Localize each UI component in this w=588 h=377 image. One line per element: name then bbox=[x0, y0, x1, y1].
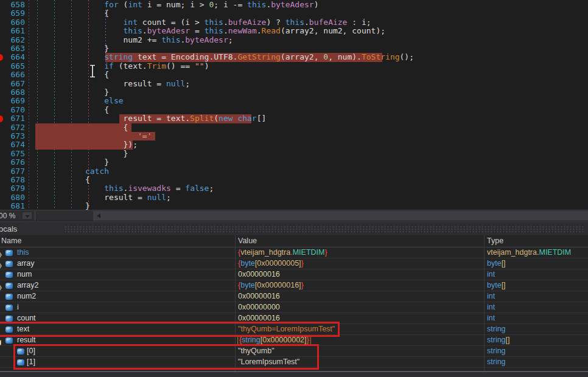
line-number[interactable]: 663 bbox=[0, 44, 25, 53]
type-cell: byte[] bbox=[484, 258, 588, 269]
line-number[interactable]: 667 bbox=[0, 80, 25, 88]
name-cell: num2 bbox=[0, 291, 235, 302]
locals-title-bar[interactable]: ocals bbox=[0, 221, 588, 235]
type-cell: string[] bbox=[484, 335, 588, 346]
locals-row-i[interactable]: i0x00000000int bbox=[0, 302, 588, 313]
code-editor[interactable]: 6586596606616626636646656666676686696706… bbox=[0, 0, 588, 210]
line-number[interactable]: 669 bbox=[0, 97, 25, 105]
type-cell: vteijam_hdgtra.MIETDIM bbox=[484, 247, 588, 258]
text-cursor-icon bbox=[89, 64, 96, 78]
line-number[interactable]: 660 bbox=[0, 18, 25, 27]
chevron-down-icon bbox=[25, 215, 30, 218]
code-line[interactable]: } bbox=[28, 158, 588, 167]
code-line[interactable]: { bbox=[28, 123, 588, 132]
code-line[interactable]: else bbox=[28, 97, 588, 105]
code-line[interactable]: { bbox=[28, 71, 588, 79]
code-line[interactable]: { bbox=[28, 9, 588, 18]
code-line[interactable]: string text = Encoding.UTF8.GetString(ar… bbox=[28, 53, 588, 61]
locals-row-num[interactable]: num0x00000016int bbox=[0, 269, 588, 280]
expand-chevron-icon[interactable]: ❯ bbox=[0, 249, 2, 258]
code-line[interactable]: this.byteAdesr = this.newWam.Read(array2… bbox=[28, 27, 588, 35]
code-line[interactable]: }); bbox=[28, 140, 588, 149]
type-cell: string bbox=[484, 357, 588, 368]
locals-header-row: Name Value Type bbox=[0, 235, 588, 247]
line-number[interactable]: 674 bbox=[0, 140, 25, 149]
code-line[interactable]: for (int i = num; i > 0; i -= this.byteA… bbox=[28, 1, 588, 9]
zoom-dropdown-button[interactable] bbox=[22, 212, 32, 220]
annotation-box-result-items bbox=[13, 344, 319, 370]
line-number[interactable]: 681 bbox=[0, 202, 25, 210]
field-icon bbox=[5, 250, 13, 256]
column-header-value[interactable]: Value bbox=[238, 235, 257, 247]
line-number[interactable]: 666 bbox=[0, 71, 25, 79]
name-cell: ❯array bbox=[0, 258, 235, 269]
type-cell: string bbox=[484, 324, 588, 335]
line-number[interactable]: 673 bbox=[0, 132, 25, 140]
variable-name: i bbox=[17, 302, 19, 313]
column-header-type[interactable]: Type bbox=[487, 235, 503, 247]
line-number[interactable]: 659 bbox=[0, 9, 25, 18]
line-number[interactable]: 671 bbox=[0, 114, 25, 123]
editor-status-bar: 00 % bbox=[0, 210, 588, 221]
line-number[interactable]: 658 bbox=[0, 1, 25, 9]
value-cell[interactable]: {byte[0x00000005]} bbox=[235, 258, 484, 269]
type-cell: string bbox=[484, 346, 588, 357]
code-line[interactable]: this.isvewadks = false; bbox=[28, 184, 588, 193]
variable-name: num2 bbox=[17, 291, 36, 302]
code-line[interactable]: } bbox=[28, 202, 588, 210]
name-cell: num bbox=[0, 269, 235, 280]
name-cell: ❯array2 bbox=[0, 280, 235, 291]
line-number[interactable]: 665 bbox=[0, 62, 25, 71]
line-number[interactable]: 661 bbox=[0, 27, 25, 35]
locals-row-array[interactable]: ❯array{byte[0x00000005]}byte[] bbox=[0, 258, 588, 269]
value-cell[interactable]: 0x00000016 bbox=[235, 291, 484, 302]
value-cell[interactable]: {vteijam_hdgtra.MIETDIM} bbox=[235, 247, 484, 258]
column-header-name[interactable]: Name bbox=[1, 235, 21, 247]
code-line[interactable]: catch bbox=[28, 167, 588, 176]
locals-row-num2[interactable]: num20x00000016int bbox=[0, 291, 588, 302]
line-number[interactable]: 677 bbox=[0, 167, 25, 176]
locals-panel: ocals Name Value Type ❯this{vteijam_hdgt… bbox=[0, 221, 588, 377]
line-number[interactable]: 678 bbox=[0, 176, 25, 184]
field-icon bbox=[5, 305, 13, 311]
line-number[interactable]: 664 bbox=[0, 53, 25, 61]
line-number[interactable]: 662 bbox=[0, 36, 25, 44]
code-line[interactable]: result = null; bbox=[28, 193, 588, 202]
scroll-left-icon[interactable] bbox=[97, 213, 100, 218]
code-line[interactable]: } bbox=[28, 150, 588, 158]
value-cell[interactable]: 0x00000016 bbox=[235, 269, 484, 280]
scrollbar-thumb[interactable] bbox=[93, 211, 588, 221]
collapse-triangle-icon[interactable]: ◢ bbox=[0, 337, 1, 346]
type-cell: byte[] bbox=[484, 280, 588, 291]
field-icon bbox=[5, 294, 13, 300]
zoom-level[interactable]: 00 % bbox=[0, 212, 15, 220]
annotation-box-text-row bbox=[0, 322, 340, 337]
code-line[interactable]: result = null; bbox=[28, 80, 588, 88]
vs-debugger-window: 6586596606616626636646656666676686696706… bbox=[0, 0, 588, 377]
expand-chevron-icon[interactable]: ❯ bbox=[0, 260, 2, 269]
line-number[interactable]: 676 bbox=[0, 158, 25, 167]
locals-row-this[interactable]: ❯this{vteijam_hdgtra.MIETDIM}vteijam_hdg… bbox=[0, 247, 588, 258]
name-cell: ❯this bbox=[0, 247, 235, 258]
field-icon bbox=[5, 261, 13, 267]
field-icon bbox=[5, 316, 13, 322]
line-number[interactable]: 680 bbox=[0, 193, 25, 202]
code-line[interactable]: result = text.Split(new char[] bbox=[28, 114, 588, 123]
type-cell: int bbox=[484, 302, 588, 313]
variable-name: array bbox=[17, 258, 34, 269]
field-icon bbox=[5, 283, 13, 289]
line-number[interactable]: 672 bbox=[0, 123, 25, 132]
column-divider[interactable] bbox=[484, 235, 485, 372]
expand-chevron-icon[interactable]: ❯ bbox=[0, 282, 2, 291]
line-number[interactable]: 675 bbox=[0, 150, 25, 158]
type-cell: int bbox=[484, 269, 588, 280]
value-cell[interactable]: {byte[0x00000016]} bbox=[235, 280, 484, 291]
code-line[interactable]: num2 += this.byteAdesr; bbox=[28, 36, 588, 44]
line-number[interactable]: 679 bbox=[0, 184, 25, 193]
code-line[interactable]: if (text.Trim() == "") bbox=[28, 62, 588, 71]
line-number[interactable]: 668 bbox=[0, 88, 25, 97]
horizontal-scrollbar[interactable] bbox=[35, 211, 588, 221]
locals-row-array2[interactable]: ❯array2{byte[0x00000016]}byte[] bbox=[0, 280, 588, 291]
line-number[interactable]: 670 bbox=[0, 106, 25, 114]
value-cell[interactable]: 0x00000000 bbox=[235, 302, 484, 313]
